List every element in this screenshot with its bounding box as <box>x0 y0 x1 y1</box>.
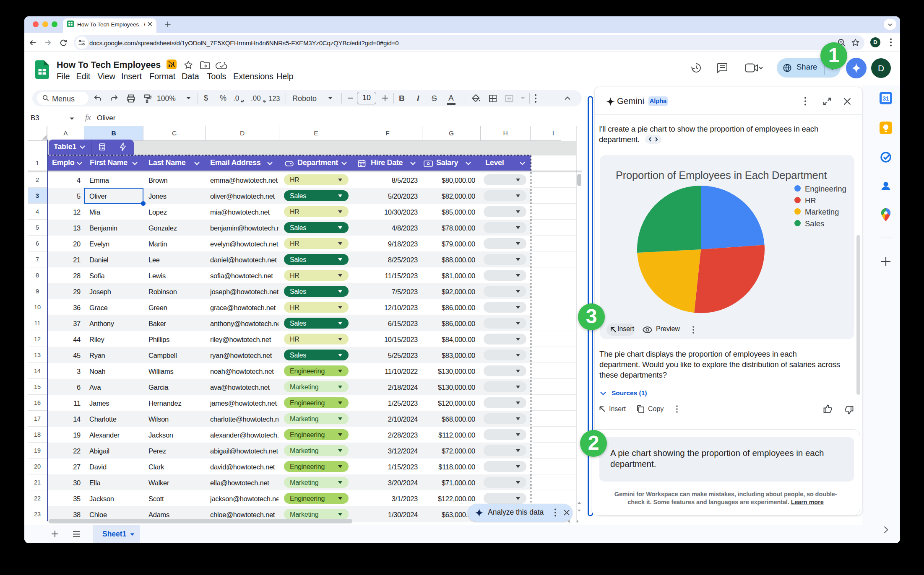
svg-text:31: 31 <box>882 95 889 102</box>
